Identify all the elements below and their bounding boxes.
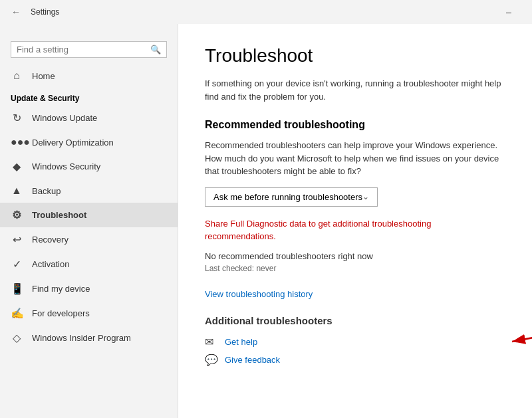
home-icon: ⌂	[11, 70, 23, 82]
page-description: If something on your device isn't workin…	[205, 77, 505, 103]
give-feedback-icon: 💬	[205, 354, 218, 366]
recovery-icon: ↩	[11, 233, 23, 246]
give-feedback-item[interactable]: 💬 Give feedback	[205, 354, 505, 366]
sidebar-item-delivery-optimization[interactable]: ●●● Delivery Optimization	[0, 130, 178, 154]
windows-security-icon: ◆	[11, 160, 23, 173]
minimize-button[interactable]: –	[493, 1, 524, 23]
window-controls: –	[493, 1, 524, 23]
nav-label: Recovery	[32, 235, 68, 245]
sidebar: 🔍 ⌂ Home Update & Security ↻ Windows Upd…	[0, 24, 178, 418]
troubleshoot-icon: ⚙	[11, 209, 23, 221]
nav-label: Backup	[32, 186, 61, 196]
activation-icon: ✓	[11, 258, 23, 270]
get-help-link[interactable]: Get help	[225, 337, 257, 347]
app-container: 🔍 ⌂ Home Update & Security ↻ Windows Upd…	[0, 24, 532, 418]
chevron-down-icon: ⌄	[362, 192, 369, 201]
get-help-icon: ✉	[205, 336, 218, 348]
sidebar-item-recovery[interactable]: ↩ Recovery	[0, 227, 178, 252]
home-label: Home	[32, 71, 55, 81]
sidebar-item-troubleshoot[interactable]: ⚙ Troubleshoot	[0, 203, 178, 227]
give-feedback-link[interactable]: Give feedback	[225, 355, 280, 365]
nav-label: Activation	[32, 259, 69, 269]
main-content: Troubleshoot If something on your device…	[178, 24, 532, 418]
back-button[interactable]: ←	[8, 4, 24, 20]
find-my-device-icon: 📱	[11, 282, 23, 295]
sidebar-header	[0, 24, 178, 37]
search-box[interactable]: 🔍	[11, 41, 167, 58]
nav-label: Windows Security	[32, 161, 100, 171]
annotation-arrow	[505, 308, 532, 348]
sidebar-item-backup[interactable]: ▲ Backup	[0, 179, 178, 203]
app-title: Settings	[31, 7, 59, 17]
nav-label: Windows Update	[32, 113, 97, 123]
sidebar-item-home[interactable]: ⌂ Home	[0, 64, 178, 87]
delivery-optimization-icon: ●●●	[11, 136, 23, 148]
nav-label: Windows Insider Program	[32, 333, 131, 343]
view-history-link[interactable]: View troubleshooting history	[205, 289, 505, 299]
svg-line-1	[512, 312, 532, 342]
nav-label: Troubleshoot	[32, 210, 86, 220]
sidebar-item-windows-security[interactable]: ◆ Windows Security	[0, 154, 178, 179]
for-developers-icon: ✍	[11, 307, 23, 320]
recommended-desc: Recommended troubleshooters can help imp…	[205, 139, 505, 178]
title-bar: ← Settings –	[0, 0, 532, 24]
arrow-container: Additional troubleshooters	[205, 315, 505, 326]
recommended-heading: Recommended troubleshooting	[205, 119, 505, 131]
nav-label: For developers	[32, 308, 90, 318]
additional-heading: Additional troubleshooters	[205, 315, 505, 326]
windows-update-icon: ↻	[11, 112, 23, 124]
troubleshoot-dropdown[interactable]: Ask me before running troubleshooters ⌄	[205, 187, 378, 207]
sidebar-item-windows-update[interactable]: ↻ Windows Update	[0, 106, 178, 130]
sidebar-item-for-developers[interactable]: ✍ For developers	[0, 301, 178, 326]
section-label: Update & Security	[0, 88, 178, 106]
nav-label: Delivery Optimization	[32, 138, 114, 148]
diagnostic-link[interactable]: Share Full Diagnostic data to get additi…	[205, 217, 505, 243]
dropdown-value: Ask me before running troubleshooters	[213, 192, 362, 202]
sidebar-item-activation[interactable]: ✓ Activation	[0, 252, 178, 276]
sidebar-item-windows-insider[interactable]: ◇ Windows Insider Program	[0, 326, 178, 350]
no-troubleshooters-text: No recommended troubleshooters right now	[205, 251, 505, 261]
windows-insider-icon: ◇	[11, 332, 23, 344]
search-icon: 🔍	[150, 45, 161, 54]
search-input[interactable]	[17, 45, 150, 54]
nav-label: Find my device	[32, 284, 90, 294]
last-checked-text: Last checked: never	[205, 264, 505, 273]
get-help-item[interactable]: ✉ Get help	[205, 336, 505, 348]
sidebar-item-find-my-device[interactable]: 📱 Find my device	[0, 276, 178, 301]
page-title: Troubleshoot	[205, 45, 505, 66]
backup-icon: ▲	[11, 185, 23, 197]
